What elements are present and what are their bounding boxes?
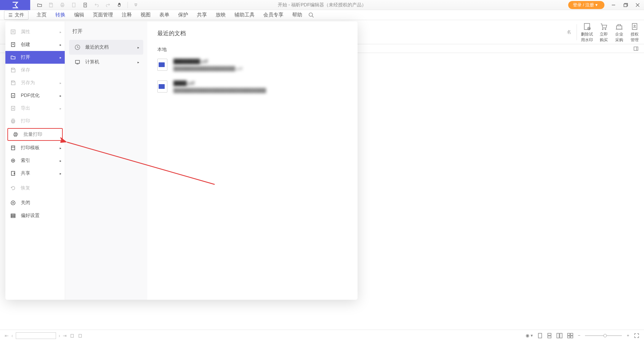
page-number-input[interactable] <box>16 332 56 339</box>
svg-rect-1 <box>61 3 63 4</box>
tab-帮助[interactable]: 帮助 <box>292 12 302 18</box>
two-continuous-icon[interactable] <box>567 333 573 338</box>
new-icon[interactable] <box>82 2 89 8</box>
svg-rect-46 <box>11 217 15 218</box>
tab-主页[interactable]: 主页 <box>37 12 47 18</box>
tab-表单[interactable]: 表单 <box>159 12 169 18</box>
chevron-right-icon: ▸ <box>60 94 61 98</box>
doc-name: ████████.pdf <box>173 59 347 64</box>
ribbon-tool-2[interactable]: 企业采购 <box>614 22 624 42</box>
print-icon[interactable] <box>59 2 66 8</box>
rotate-left-icon[interactable] <box>69 333 75 338</box>
file-menu-item-创建[interactable]: 创建▸ <box>5 38 65 51</box>
tab-会员专享[interactable]: 会员专享 <box>263 12 283 18</box>
file-menu-item-关闭[interactable]: 关闭 <box>5 196 65 209</box>
tab-共享[interactable]: 共享 <box>197 12 207 18</box>
login-button[interactable]: 登录 / 注册▾ <box>568 1 604 9</box>
prev-page-button[interactable]: ‹ <box>11 333 13 338</box>
file-menu-item-偏好设置[interactable]: 偏好设置 <box>5 209 65 222</box>
location-label: 最近的文档 <box>85 44 109 50</box>
tab-辅助工具[interactable]: 辅助工具 <box>234 12 255 18</box>
tab-注释[interactable]: 注释 <box>122 12 132 18</box>
chevron-right-icon: ▸ <box>60 172 61 175</box>
svg-rect-29 <box>12 119 14 120</box>
zoom-out-button[interactable]: − <box>578 333 581 338</box>
tab-视图[interactable]: 视图 <box>141 12 151 18</box>
quick-access-toolbar <box>36 2 139 8</box>
eye-icon[interactable]: ◉ ▾ <box>526 333 533 338</box>
window-controls: 登录 / 注册▾ <box>568 1 641 9</box>
open-icon[interactable] <box>36 2 43 8</box>
single-page-icon[interactable] <box>538 333 542 338</box>
file-menu-item-共享[interactable]: 共享▸ <box>5 167 65 180</box>
tab-转换[interactable]: 转换 <box>55 12 65 18</box>
file-menu-item-批量打印[interactable]: 批量打印 <box>7 128 63 141</box>
recent-docs-title: 最近的文档 <box>157 30 347 37</box>
chevron-down-icon[interactable] <box>132 2 139 8</box>
file-tab[interactable]: ☰文件 <box>4 10 29 20</box>
svg-rect-58 <box>568 333 570 335</box>
svg-rect-54 <box>548 333 551 335</box>
page-icon[interactable] <box>70 2 77 8</box>
menu-item-icon <box>10 145 16 151</box>
svg-rect-48 <box>75 60 79 63</box>
maximize-button[interactable] <box>623 2 629 8</box>
menu-item-icon <box>10 67 16 73</box>
svg-rect-61 <box>571 336 573 338</box>
first-page-button[interactable]: ⇤ <box>5 333 9 338</box>
doc-path: ████████████████████.pdf <box>173 66 347 71</box>
menu-item-label: 另存为 <box>21 80 35 86</box>
tab-页面管理[interactable]: 页面管理 <box>93 12 113 18</box>
login-label: 登录 / 注册 <box>573 2 594 8</box>
hand-icon[interactable] <box>116 2 123 8</box>
menu-item-label: 保存 <box>21 67 30 73</box>
ribbon-tool-0[interactable]: 删除试用水印 <box>581 22 593 42</box>
zoom-thumb[interactable] <box>603 334 607 337</box>
file-menu-item-打印: 打印 <box>5 115 65 127</box>
svg-rect-52 <box>79 334 82 337</box>
save-icon[interactable] <box>48 2 54 8</box>
continuous-icon[interactable] <box>547 333 552 338</box>
svg-rect-30 <box>12 122 14 123</box>
tab-编辑[interactable]: 编辑 <box>74 12 84 18</box>
undo-icon[interactable] <box>93 2 100 8</box>
close-button[interactable] <box>635 2 641 8</box>
file-menu-item-索引[interactable]: 索引▸ <box>5 154 65 167</box>
chevron-right-icon: ▸ <box>60 159 61 163</box>
file-menu-item-另存为: 另存为▸ <box>5 76 65 89</box>
menu-item-icon <box>10 185 16 191</box>
svg-point-9 <box>309 13 313 16</box>
svg-rect-51 <box>71 334 73 337</box>
minimize-button[interactable] <box>610 2 616 8</box>
file-menu-item-PDF优化[interactable]: PDF优化▸ <box>5 89 65 102</box>
panel-toggle-icon[interactable] <box>633 46 639 51</box>
ribbon-tool-3[interactable]: 授权管理 <box>630 22 639 42</box>
fullscreen-icon[interactable] <box>634 333 639 338</box>
tab-保护[interactable]: 保护 <box>178 12 188 18</box>
doc-name: ████.pdf <box>173 80 347 86</box>
location-label: 计算机 <box>85 59 99 65</box>
status-right: ◉ ▾ − + <box>526 333 639 338</box>
redo-icon[interactable] <box>105 2 111 8</box>
recent-doc-1[interactable]: ████.pdf██████████████████████████████ <box>157 80 347 93</box>
last-page-button[interactable]: ⇥ <box>63 333 67 338</box>
svg-rect-59 <box>571 333 573 335</box>
file-menu-item-打开[interactable]: 打开▸ <box>5 51 65 64</box>
file-menu-item-打印模板[interactable]: 打印模板▸ <box>5 141 65 154</box>
zoom-slider[interactable] <box>585 335 622 336</box>
open-location-计算机[interactable]: 计算机▸ <box>69 55 143 69</box>
two-page-icon[interactable] <box>556 333 562 338</box>
pdf-file-icon <box>157 80 167 93</box>
recent-doc-0[interactable]: ████████.pdf████████████████████.pdf <box>157 59 347 71</box>
search-icon[interactable] <box>308 12 314 18</box>
chevron-down-icon: ▾ <box>595 2 598 7</box>
tab-放映[interactable]: 放映 <box>216 12 226 18</box>
svg-rect-53 <box>538 333 542 338</box>
open-location-最近的文档[interactable]: 最近的文档▸ <box>69 40 143 55</box>
svg-rect-17 <box>616 26 622 29</box>
ribbon-tabs: ☰文件 主页转换编辑页面管理注释视图表单保护共享放映辅助工具会员专享帮助 <box>0 10 644 20</box>
zoom-in-button[interactable]: + <box>627 333 629 338</box>
ribbon-tool-1[interactable]: 立即购买 <box>599 22 608 42</box>
next-page-button[interactable]: › <box>59 333 60 338</box>
rotate-right-icon[interactable] <box>77 333 83 338</box>
